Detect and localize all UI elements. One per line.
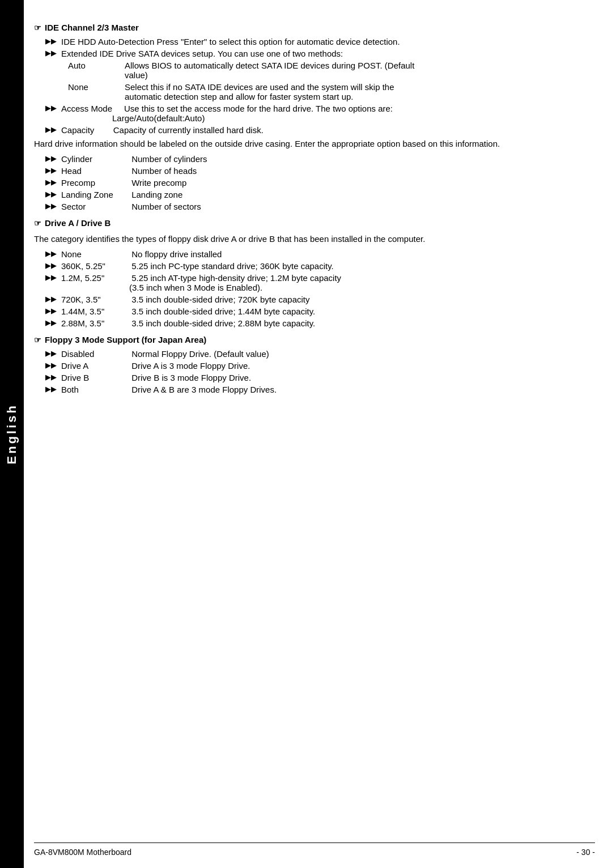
bullet-head: ▶▶ Head Number of heads (34, 166, 595, 176)
bullet-288m-35: ▶▶ 2.88M, 3.5" 3.5 inch double-sided dri… (34, 318, 595, 328)
arrow-288m: ▶▶ (45, 318, 58, 328)
bullet-sector: ▶▶ Sector Number of sectors (34, 202, 595, 211)
bullet-ide-hdd: ▶▶ IDE HDD Auto-Detection Press "Enter" … (34, 37, 595, 46)
bullet-disabled: ▶▶ Disabled Normal Floppy Drive. (Defaul… (34, 349, 595, 359)
text-precomp: Precomp Write precomp (61, 178, 595, 188)
text-cylinder: Cylinder Number of cylinders (61, 154, 595, 164)
bullet-access-mode: ▶▶ Access Mode Use this to set the acces… (34, 104, 595, 123)
footer-right: - 30 - (576, 848, 595, 857)
arrow-floppy-drive-a: ▶▶ (45, 361, 58, 371)
arrow-precomp: ▶▶ (45, 178, 58, 188)
bullet-both: ▶▶ Both Drive A & B are 3 mode Floppy Dr… (34, 385, 595, 394)
text-head: Head Number of heads (61, 166, 595, 176)
bullet-144m-35: ▶▶ 1.44M, 3.5" 3.5 inch double-sided dri… (34, 307, 595, 316)
option-none: None Select this if no SATA IDE devices … (34, 82, 595, 101)
text-144m: 1.44M, 3.5" 3.5 inch double-sided drive;… (61, 307, 595, 316)
ide-channel-icon: ☞ (34, 23, 41, 32)
text-landing-zone: Landing Zone Landing zone (61, 190, 595, 199)
arrow-landing-zone: ▶▶ (45, 190, 58, 199)
arrow-no-floppy: ▶▶ (45, 249, 58, 259)
text-12m: 1.2M, 5.25" 5.25 inch AT-type high-densi… (61, 273, 595, 292)
paragraph-drive-ab: The category identifies the types of flo… (34, 232, 595, 246)
arrow-sector: ▶▶ (45, 202, 58, 211)
option-auto-label: Auto (68, 61, 125, 80)
text-720k: 720K, 3.5" 3.5 inch double-sided drive; … (61, 295, 595, 304)
language-tab: English (0, 0, 24, 868)
heading-drive-ab: ☞ Drive A / Drive B (34, 218, 595, 228)
section-floppy3: ☞ Floppy 3 Mode Support (for Japan Area)… (34, 335, 595, 394)
arrow-720k: ▶▶ (45, 295, 58, 304)
text-ide-hdd: IDE HDD Auto-Detection Press "Enter" to … (61, 37, 595, 46)
arrow-extended-ide: ▶▶ (45, 49, 58, 58)
heading-ide-channel: ☞ IDE Channel 2/3 Master (34, 23, 595, 32)
arrow-both: ▶▶ (45, 385, 58, 394)
text-capacity: Capacity Capacity of currently installed… (61, 125, 595, 135)
language-tab-text: English (5, 403, 19, 464)
option-auto: Auto Allows BIOS to automatically detect… (34, 61, 595, 80)
page-container: English ☞ IDE Channel 2/3 Master ▶▶ IDE … (0, 0, 612, 868)
text-disabled: Disabled Normal Floppy Drive. (Default v… (61, 349, 595, 359)
arrow-144m: ▶▶ (45, 307, 58, 316)
bullet-cylinder: ▶▶ Cylinder Number of cylinders (34, 154, 595, 164)
arrow-access-mode: ▶▶ (45, 104, 58, 123)
text-no-floppy: None No floppy drive installed (61, 249, 595, 259)
bullet-no-floppy: ▶▶ None No floppy drive installed (34, 249, 595, 259)
bullet-floppy-drive-a: ▶▶ Drive A Drive A is 3 mode Floppy Driv… (34, 361, 595, 371)
bullet-720k-35: ▶▶ 720K, 3.5" 3.5 inch double-sided driv… (34, 295, 595, 304)
section-ide-channel: ☞ IDE Channel 2/3 Master ▶▶ IDE HDD Auto… (34, 23, 595, 211)
text-360k: 360K, 5.25" 5.25 inch PC-type standard d… (61, 261, 595, 271)
text-both: Both Drive A & B are 3 mode Floppy Drive… (61, 385, 595, 394)
bullet-12m-525: ▶▶ 1.2M, 5.25" 5.25 inch AT-type high-de… (34, 273, 595, 292)
bullet-precomp: ▶▶ Precomp Write precomp (34, 178, 595, 188)
arrow-head: ▶▶ (45, 166, 58, 176)
section-drive-ab: ☞ Drive A / Drive B The category identif… (34, 218, 595, 328)
text-floppy-drive-a: Drive A Drive A is 3 mode Floppy Drive. (61, 361, 595, 371)
floppy3-title: Floppy 3 Mode Support (for Japan Area) (45, 335, 206, 344)
arrow-floppy-drive-b: ▶▶ (45, 373, 58, 382)
bullet-floppy-drive-b: ▶▶ Drive B Drive B is 3 mode Floppy Driv… (34, 373, 595, 382)
option-auto-desc: Allows BIOS to automatically detect SATA… (125, 61, 595, 80)
arrow-ide-hdd: ▶▶ (45, 37, 58, 46)
bullet-360k-525: ▶▶ 360K, 5.25" 5.25 inch PC-type standar… (34, 261, 595, 271)
bullet-capacity: ▶▶ Capacity Capacity of currently instal… (34, 125, 595, 135)
main-content: ☞ IDE Channel 2/3 Master ▶▶ IDE HDD Auto… (34, 17, 595, 834)
arrow-capacity: ▶▶ (45, 125, 58, 135)
text-floppy-drive-b: Drive B Drive B is 3 mode Floppy Drive. (61, 373, 595, 382)
heading-floppy3: ☞ Floppy 3 Mode Support (for Japan Area) (34, 335, 595, 344)
arrow-12m: ▶▶ (45, 273, 58, 292)
option-none-label: None (68, 82, 125, 101)
option-none-desc: Select this if no SATA IDE devices are u… (125, 82, 595, 101)
drive-ab-title: Drive A / Drive B (45, 218, 110, 228)
text-sector: Sector Number of sectors (61, 202, 595, 211)
ide-channel-title: IDE Channel 2/3 Master (45, 23, 139, 32)
text-extended-ide: Extended IDE Drive SATA devices setup. Y… (61, 49, 595, 58)
text-288m: 2.88M, 3.5" 3.5 inch double-sided drive;… (61, 318, 595, 328)
arrow-cylinder: ▶▶ (45, 154, 58, 164)
bullet-extended-ide: ▶▶ Extended IDE Drive SATA devices setup… (34, 49, 595, 58)
footer: GA-8VM800M Motherboard - 30 - (34, 843, 595, 857)
arrow-360k: ▶▶ (45, 261, 58, 271)
floppy3-icon: ☞ (34, 335, 41, 344)
text-access-mode: Access Mode Use this to set the access m… (61, 104, 595, 123)
paragraph-hard-drive: Hard drive information should be labeled… (34, 137, 595, 151)
drive-ab-icon: ☞ (34, 219, 41, 228)
arrow-disabled: ▶▶ (45, 349, 58, 359)
footer-left: GA-8VM800M Motherboard (34, 848, 131, 857)
bullet-landing-zone: ▶▶ Landing Zone Landing zone (34, 190, 595, 199)
